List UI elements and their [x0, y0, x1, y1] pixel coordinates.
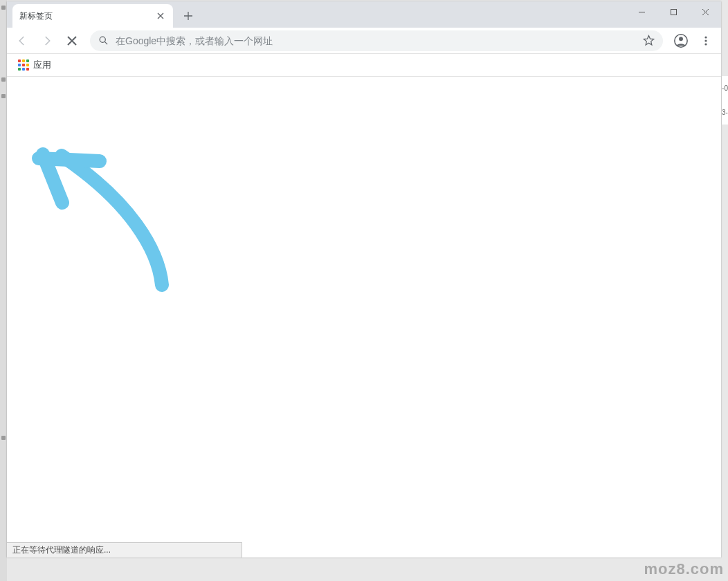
window-controls [626, 1, 721, 22]
page-content: 正在等待代理隧道的响应... [7, 77, 721, 557]
new-tab-button[interactable] [179, 6, 198, 26]
bookmark-star-icon[interactable] [643, 35, 655, 46]
svg-rect-0 [671, 9, 676, 15]
profile-button[interactable] [670, 30, 692, 52]
close-tab-icon[interactable] [155, 10, 166, 21]
tab-title: 新标签页 [19, 10, 155, 22]
search-icon [98, 35, 109, 46]
chrome-menu-button[interactable] [695, 30, 717, 52]
svg-point-3 [679, 37, 683, 41]
bookmark-bar: 应用 [7, 54, 721, 77]
status-bar: 正在等待代理隧道的响应... [7, 542, 242, 557]
chrome-browser-window: 新标签页 [7, 1, 721, 557]
svg-point-5 [704, 39, 707, 42]
omnibox[interactable] [90, 30, 663, 51]
tab-strip: 新标签页 [7, 1, 721, 28]
apps-grid-icon [18, 59, 29, 71]
address-input[interactable] [116, 35, 636, 46]
toolbar [7, 28, 721, 54]
svg-point-1 [100, 37, 105, 42]
background-window-sliver [0, 0, 7, 581]
tab-active[interactable]: 新标签页 [12, 4, 173, 28]
minimize-button[interactable] [626, 1, 657, 22]
svg-point-4 [704, 36, 707, 38]
right-background-peek: -0 3- [721, 76, 728, 124]
svg-point-6 [704, 43, 707, 45]
apps-shortcut[interactable]: 应用 [14, 56, 55, 74]
stop-button[interactable] [61, 30, 83, 52]
forward-button[interactable] [36, 30, 58, 52]
maximize-button[interactable] [657, 1, 689, 22]
back-button[interactable] [11, 30, 33, 52]
apps-label: 应用 [33, 59, 51, 71]
status-text: 正在等待代理隧道的响应... [12, 544, 111, 556]
close-window-button[interactable] [689, 1, 721, 22]
watermark: moz8.com [644, 560, 724, 578]
annotation-arrow [24, 136, 190, 302]
